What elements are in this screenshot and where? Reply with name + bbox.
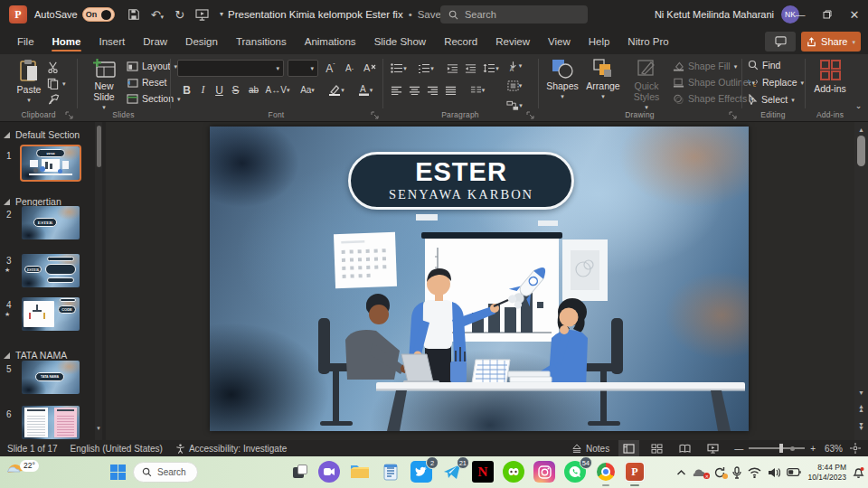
- paste-dropdown-icon[interactable]: ▾: [27, 97, 31, 103]
- align-right-button[interactable]: [425, 82, 440, 98]
- zoom-slider[interactable]: [749, 447, 805, 449]
- tab-draw[interactable]: Draw: [135, 32, 175, 52]
- next-slide-button[interactable]: ▼▼: [854, 420, 868, 433]
- zoom-level[interactable]: 63%: [825, 444, 843, 454]
- slide-thumbnail-6[interactable]: [22, 406, 80, 439]
- replace-button[interactable]: bcReplace▾: [748, 77, 804, 88]
- increase-indent-button[interactable]: [463, 61, 478, 76]
- clear-formatting-button[interactable]: A: [362, 61, 377, 76]
- highlight-color-button[interactable]: ▾: [326, 82, 347, 98]
- bold-button[interactable]: B: [179, 82, 194, 98]
- file-explorer-icon[interactable]: [349, 461, 371, 483]
- columns-button[interactable]: ▾: [467, 82, 488, 98]
- customize-qat-icon[interactable]: ▾: [220, 11, 223, 18]
- align-left-button[interactable]: [389, 82, 404, 98]
- autosave-control[interactable]: AutoSave On: [34, 7, 115, 22]
- whatsapp-app-icon[interactable]: 54: [564, 461, 586, 483]
- comments-button[interactable]: [765, 32, 796, 52]
- onedrive-status-icon[interactable]: ✕: [693, 467, 707, 477]
- slide-thumbnail-5[interactable]: TATA NAMA: [22, 361, 80, 394]
- paste-button[interactable]: Paste ▾: [9, 59, 49, 103]
- arrange-dropdown-icon[interactable]: ▾: [601, 93, 605, 99]
- tab-help[interactable]: Help: [580, 32, 618, 52]
- chat-app-icon[interactable]: [318, 461, 340, 483]
- zoom-out-button[interactable]: —: [734, 444, 743, 454]
- restore-button[interactable]: [814, 0, 841, 29]
- new-slide-button[interactable]: New Slide ▾: [85, 59, 123, 110]
- canvas-scrollbar[interactable]: ▲ ▼ ▲▲ ▼▼: [854, 122, 868, 440]
- search-box[interactable]: Search: [440, 5, 588, 23]
- underline-button[interactable]: U: [212, 82, 227, 98]
- font-dialog-launcher[interactable]: [371, 111, 379, 119]
- tab-home[interactable]: Home: [44, 32, 90, 52]
- find-button[interactable]: Find: [748, 60, 780, 70]
- shapes-dropdown-icon[interactable]: ▾: [561, 93, 564, 99]
- instagram-app-icon[interactable]: [533, 461, 555, 483]
- zoom-in-button[interactable]: +: [810, 444, 816, 454]
- scroll-down-icon[interactable]: ▼: [95, 426, 102, 431]
- clipboard-dialog-launcher[interactable]: [65, 111, 73, 119]
- section-default[interactable]: Default Section: [4, 129, 80, 140]
- speaker-icon[interactable]: [768, 467, 780, 478]
- tab-design[interactable]: Design: [177, 32, 226, 52]
- tab-nitro-pro[interactable]: Nitro Pro: [619, 32, 676, 52]
- microphone-icon[interactable]: [732, 466, 741, 479]
- slide-canvas[interactable]: ESTER SENYAWA KARBON: [106, 122, 854, 440]
- shapes-button[interactable]: Shapes ▾: [544, 59, 580, 99]
- text-shadow-button[interactable]: ab: [246, 82, 261, 98]
- section-tata-nama[interactable]: TATA NAMA: [4, 350, 67, 361]
- font-color-button[interactable]: A▾: [354, 82, 376, 98]
- section-collapse-icon[interactable]: [4, 352, 10, 359]
- chrome-app-icon[interactable]: [595, 461, 617, 483]
- save-icon[interactable]: [127, 8, 140, 21]
- collapse-ribbon-icon[interactable]: ⌄: [851, 98, 866, 113]
- redo-icon[interactable]: ↻: [175, 9, 184, 21]
- share-dropdown-icon[interactable]: ▾: [852, 39, 855, 45]
- strikethrough-button[interactable]: S: [228, 82, 243, 98]
- zoom-slider-thumb[interactable]: [779, 444, 783, 453]
- tab-review[interactable]: Review: [487, 32, 538, 52]
- minimize-button[interactable]: —: [787, 0, 814, 29]
- canvas-scrollbar-thumb[interactable]: [857, 136, 865, 166]
- italic-button[interactable]: I: [195, 82, 211, 98]
- slide-indicator[interactable]: Slide 1 of 17: [7, 444, 58, 454]
- format-painter-button[interactable]: [47, 94, 60, 106]
- align-center-button[interactable]: [407, 82, 422, 98]
- slide-1[interactable]: ESTER SENYAWA KARBON: [210, 127, 749, 431]
- tab-transitions[interactable]: Transitions: [228, 32, 295, 52]
- font-name-combobox[interactable]: ▾: [177, 60, 284, 77]
- slideshow-view-button[interactable]: [703, 440, 723, 456]
- section-collapse-icon[interactable]: [4, 199, 10, 205]
- tab-animations[interactable]: Animations: [297, 32, 364, 52]
- start-button[interactable]: [107, 461, 128, 483]
- account-area[interactable]: Ni Ketut Meilinda Maharani NK: [655, 0, 799, 29]
- cut-button[interactable]: [47, 61, 59, 73]
- change-case-button[interactable]: Aa▾: [297, 82, 318, 98]
- document-title-area[interactable]: Presentation Kimia kelompok Ester fix • …: [228, 0, 456, 29]
- thumbnail-scrollbar-thumb[interactable]: [97, 126, 101, 167]
- powerpoint-app-icon[interactable]: P: [9, 5, 27, 23]
- font-size-combobox[interactable]: ▾: [288, 60, 318, 77]
- previous-slide-button[interactable]: ▲▲: [854, 402, 868, 415]
- sync-status-icon[interactable]: [713, 466, 726, 479]
- task-view-button[interactable]: [289, 461, 311, 483]
- section-button[interactable]: Section▾: [127, 93, 181, 104]
- increase-font-size-button[interactable]: Aˆ: [323, 61, 338, 76]
- taskbar-clock[interactable]: 8:44 PM 10/14/2023: [807, 463, 846, 482]
- share-button[interactable]: Share ▾: [801, 32, 861, 52]
- slide-thumbnail-1[interactable]: ᴇꜱᴛᴇʀ: [22, 146, 80, 180]
- close-button[interactable]: ✕: [841, 0, 868, 29]
- section-collapse-icon[interactable]: [4, 132, 10, 138]
- slide-sorter-view-button[interactable]: [646, 440, 667, 456]
- tab-slide-show[interactable]: Slide Show: [366, 32, 435, 52]
- normal-view-button[interactable]: [618, 440, 639, 456]
- autosave-toggle[interactable]: On: [82, 7, 115, 22]
- addins-button[interactable]: Add-ins: [810, 59, 850, 94]
- weather-widget[interactable]: 22°: [5, 460, 39, 480]
- decrease-font-size-button[interactable]: Aˇ: [342, 61, 357, 76]
- numbering-button[interactable]: ▾: [416, 61, 436, 76]
- thumbnail-scrollbar[interactable]: ▼: [95, 122, 102, 440]
- scroll-down-icon[interactable]: ▼: [854, 386, 868, 399]
- slide-thumbnail-3[interactable]: ESTER: [22, 254, 80, 287]
- align-text-button[interactable]: ▾: [503, 78, 526, 93]
